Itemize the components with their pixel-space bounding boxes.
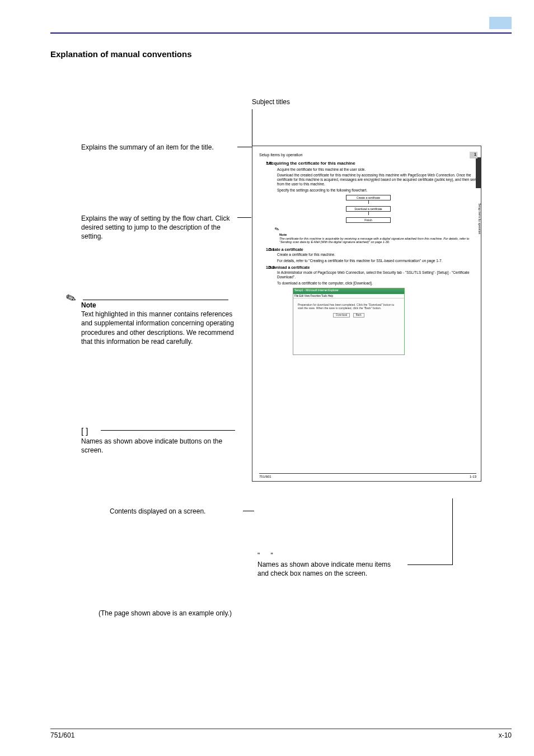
sample-page: Setup items by operation Setup items by … — [252, 146, 481, 482]
document-page: Explanation of manual conventions Subjec… — [0, 0, 534, 756]
callout-names-block: Names as shown above indicate menu items… — [257, 560, 403, 578]
page-footer-left: 751/601 — [50, 731, 74, 739]
callout-subject-titles: Subject titles — [252, 98, 290, 106]
sample-sub2-title: Download a certificate — [268, 265, 477, 270]
callout-line-names-v — [452, 498, 453, 565]
sample-footer-right: 1-13 — [470, 475, 476, 479]
sample-note-label: Note — [279, 233, 477, 237]
sample-intro-1: Acquire the certificate for this machine… — [277, 167, 477, 172]
screenshot-menubar: File Edit View Favorites Tools Help — [293, 294, 404, 298]
sample-sub2-body1: In Administrator mode of PageScope Web C… — [277, 270, 477, 279]
brackets-body: Names as shown above indicate buttons on… — [81, 437, 238, 455]
sample-sub1-body2: For details, refer to "Creating a certif… — [277, 259, 477, 263]
brackets-symbol: [ ] — [81, 426, 238, 437]
sample-sec-num: 1.5 — [266, 161, 272, 166]
pencil-icon-mini: ✎ — [274, 226, 280, 234]
callout-line-brackets — [101, 430, 235, 431]
sample-note-text: The certificate for this machine is acqu… — [279, 237, 477, 244]
pencil-icon: ✎ — [64, 290, 78, 307]
sample-footer-left: 751/601 — [259, 475, 271, 479]
note-label: Note — [81, 301, 238, 310]
section-title: Explanation of manual conventions — [50, 49, 192, 59]
top-accent-block — [489, 17, 512, 29]
flow-step-3: Finish — [346, 217, 391, 223]
top-divider — [50, 32, 512, 34]
quotes-symbol: " " — [257, 552, 278, 559]
sample-header-left: Setup items by operation — [259, 153, 302, 157]
sample-sub1-body1: Create a certificate for this machine. — [277, 253, 477, 257]
sample-intro-2: Download the created certificate for thi… — [277, 173, 477, 186]
note-body: Text highlighted in this manner contains… — [81, 310, 238, 346]
sample-sub1-num: 1.5.1 — [266, 248, 275, 252]
screenshot-titlebar: Setup1 - Microsoft Internet Explorer — [293, 288, 404, 294]
callout-line-contents — [243, 511, 254, 511]
sample-sub2-body2: To download a certificate to the compute… — [277, 281, 477, 286]
back-button[interactable]: Back — [353, 313, 364, 317]
callout-line-names-h — [407, 564, 452, 565]
page-footer: 751/601 x-10 — [50, 729, 512, 739]
callout-note-block: Note Text highlighted in this manner con… — [81, 294, 238, 346]
download-button[interactable]: Download — [333, 313, 350, 317]
flow-step-2: Download a certificate — [346, 206, 391, 212]
callout-line-subject — [252, 109, 252, 146]
sample-sec-title: Acquiring the certificate for this machi… — [268, 161, 477, 166]
sample-screenshot: Setup1 - Microsoft Internet Explorer Fil… — [293, 288, 405, 355]
page-footer-right: x-10 — [499, 731, 512, 739]
sample-sub2-num: 1.5.2 — [266, 265, 275, 270]
sample-intro-3: Specify the settings according to the fo… — [277, 188, 477, 193]
screenshot-message: Preparation for download has been comple… — [298, 303, 400, 310]
flow-line-2 — [368, 212, 369, 215]
side-tab-text: Setup items by operation — [476, 188, 481, 250]
callout-explains-summary: Explains the summary of an item for the … — [81, 143, 238, 152]
callout-contents-block: Contents displayed on a screen. — [110, 507, 266, 516]
callout-explains-flow: Explains the way of setting by the flow … — [81, 214, 238, 241]
flow-line-1 — [368, 200, 369, 204]
sample-header-num: 1 — [470, 152, 477, 158]
sample-sub1-title: Create a certificate — [268, 248, 477, 252]
example-note: (The page shown above is an example only… — [99, 609, 232, 617]
callout-line-2 — [237, 217, 251, 218]
flow-step-1: Create a certificate — [346, 195, 391, 200]
